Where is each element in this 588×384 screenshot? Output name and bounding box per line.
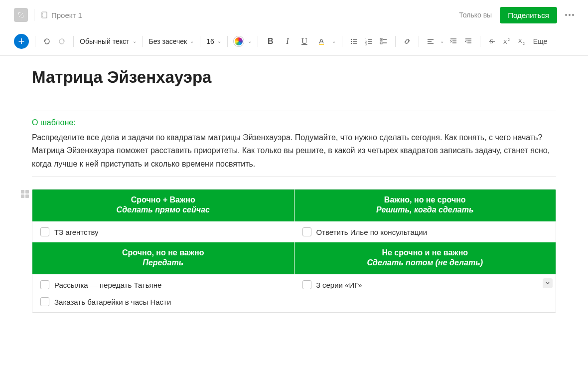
outdent-button[interactable]: [463, 36, 474, 47]
task-item[interactable]: ТЗ агентству: [37, 223, 289, 240]
eisenhower-matrix: Срочно + Важно Сделать прямо сейчас Важн…: [32, 189, 556, 313]
task-label: Рассылка — передать Татьяне: [54, 281, 161, 289]
svg-point-7: [351, 42, 352, 43]
editor-toolbar: + Обычный текст⌄ Без засечек⌄ 16⌄ ⌄ B I …: [0, 30, 588, 56]
about-body[interactable]: Распределите все дела и задачи по квадра…: [32, 131, 556, 171]
font-family-select[interactable]: Без засечек⌄: [149, 37, 194, 45]
link-button[interactable]: [402, 36, 413, 47]
svg-point-6: [351, 40, 352, 41]
collapse-icon: [17, 11, 24, 18]
share-button[interactable]: Поделиться: [500, 7, 557, 23]
svg-text:X: X: [503, 39, 507, 45]
align-caret[interactable]: ⌄: [440, 38, 444, 44]
strikethrough-icon: S: [487, 37, 496, 46]
svg-text:3: 3: [365, 43, 367, 46]
undo-button[interactable]: [41, 36, 52, 47]
checkbox[interactable]: [302, 227, 311, 236]
about-label[interactable]: О шаблоне:: [32, 118, 556, 127]
share-status: Только вы: [459, 11, 492, 19]
highlight-button[interactable]: [315, 35, 328, 48]
task-item[interactable]: Ответить Илье по консультации: [299, 223, 551, 240]
svg-point-5: [351, 38, 352, 39]
svg-text:X: X: [518, 38, 522, 44]
checkbox[interactable]: [40, 297, 49, 306]
checklist-icon: [379, 37, 388, 46]
collapse-sidebar-button[interactable]: [14, 8, 28, 22]
bullet-list-icon: [349, 37, 358, 46]
bullet-list-button[interactable]: [348, 36, 359, 47]
quadrant-body-urgent-not-important[interactable]: Рассылка — передать Татьяне Заказать бат…: [32, 274, 294, 312]
quadrant-body-important-not-urgent[interactable]: Ответить Илье по консультации: [294, 221, 556, 242]
undo-icon: [42, 37, 51, 46]
subscript-icon: X2: [517, 37, 526, 46]
task-label: Ответить Илье по консультации: [316, 228, 428, 236]
breadcrumb-label: Проект 1: [51, 11, 82, 19]
task-label: 3 серии «ИГ»: [316, 281, 362, 289]
checkbox[interactable]: [40, 280, 49, 289]
numbered-list-icon: 123: [364, 37, 373, 46]
chevron-down-icon: [545, 281, 550, 286]
redo-button[interactable]: [56, 36, 67, 47]
italic-button[interactable]: I: [281, 35, 294, 48]
toolbar-more-button[interactable]: Еще: [533, 37, 548, 45]
quadrant-header-important-not-urgent: Важно, но не срочно Решить, когда сделат…: [294, 190, 556, 221]
task-label: ТЗ агентству: [54, 228, 99, 236]
page-title[interactable]: Матрица Эйзенхауэра: [32, 68, 556, 87]
superscript-icon: X2: [502, 37, 511, 46]
notebook-icon: [40, 11, 48, 19]
quadrant-body-not-urgent-not-important[interactable]: 3 серии «ИГ»: [294, 274, 556, 312]
link-icon: [403, 37, 412, 46]
outdent-icon: [464, 37, 473, 46]
strikethrough-button[interactable]: S: [486, 36, 497, 47]
quadrant-header-not-urgent-not-important: Не срочно и не важно Сделать потом (не д…: [294, 242, 556, 274]
indent-icon: [449, 37, 458, 46]
divider: [32, 111, 556, 111]
svg-text:2: 2: [508, 38, 510, 41]
checklist-button[interactable]: [378, 36, 389, 47]
redo-icon: [57, 37, 66, 46]
svg-text:2: 2: [523, 42, 525, 45]
quadrant-body-urgent-important[interactable]: ТЗ агентству: [32, 221, 294, 242]
subscript-button[interactable]: X2: [516, 36, 527, 47]
highlight-caret[interactable]: ⌄: [332, 38, 336, 44]
checkbox[interactable]: [302, 280, 311, 289]
align-icon: [426, 37, 435, 46]
underline-button[interactable]: U: [298, 35, 311, 48]
divider: [34, 9, 34, 21]
top-bar: Проект 1 Только вы Поделиться: [0, 0, 588, 30]
paragraph-style-select[interactable]: Обычный текст⌄: [80, 37, 137, 45]
document-content: Матрица Эйзенхауэра О шаблоне: Распредел…: [0, 56, 588, 333]
superscript-button[interactable]: X2: [501, 36, 512, 47]
divider: [32, 177, 556, 177]
font-size-select[interactable]: 16⌄: [206, 37, 221, 45]
cell-menu-button[interactable]: [543, 278, 553, 288]
more-menu-button[interactable]: [565, 14, 574, 16]
align-button[interactable]: [425, 36, 436, 47]
text-color-button[interactable]: [234, 36, 244, 46]
indent-button[interactable]: [448, 36, 459, 47]
text-color-caret[interactable]: ⌄: [248, 38, 252, 44]
task-item[interactable]: Заказать батарейки в часы Насти: [37, 293, 289, 310]
svg-rect-18: [380, 42, 382, 44]
checkbox[interactable]: [40, 227, 49, 236]
numbered-list-button[interactable]: 123: [363, 36, 374, 47]
drag-handle[interactable]: [21, 190, 29, 198]
quadrant-header-urgent-not-important: Срочно, но не важно Передать: [32, 242, 294, 274]
breadcrumb[interactable]: Проект 1: [40, 11, 82, 19]
task-label: Заказать батарейки в часы Насти: [54, 298, 171, 306]
quadrant-header-urgent-important: Срочно + Важно Сделать прямо сейчас: [32, 190, 294, 221]
svg-rect-4: [319, 44, 324, 45]
bold-button[interactable]: B: [264, 35, 277, 48]
task-item[interactable]: 3 серии «ИГ»: [299, 276, 551, 293]
task-item[interactable]: Рассылка — передать Татьяне: [37, 276, 289, 293]
add-button[interactable]: +: [14, 34, 29, 49]
highlight-icon: [317, 37, 325, 45]
